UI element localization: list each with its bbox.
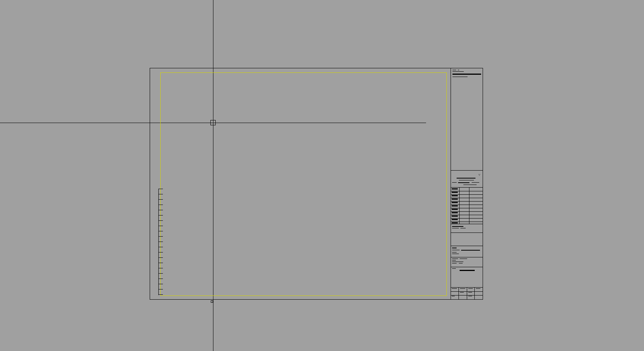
title-block-divider-1: [451, 170, 483, 171]
title-block: ▽: [451, 68, 483, 299]
title-block-divider-2: [451, 232, 483, 233]
viewport-frame[interactable]: [160, 72, 447, 296]
scale-ruler: [158, 189, 164, 295]
title-block-divider-5: [451, 267, 483, 267]
title-block-bottom-grid: [451, 287, 483, 299]
origin-marker-icon: [211, 300, 213, 303]
revision-table: [451, 187, 483, 224]
title-block-divider-4: [451, 257, 483, 257]
north-arrow-icon: ▽: [478, 173, 480, 176]
drawing-canvas[interactable]: ▽: [0, 0, 644, 351]
title-block-divider-3: [451, 246, 483, 246]
